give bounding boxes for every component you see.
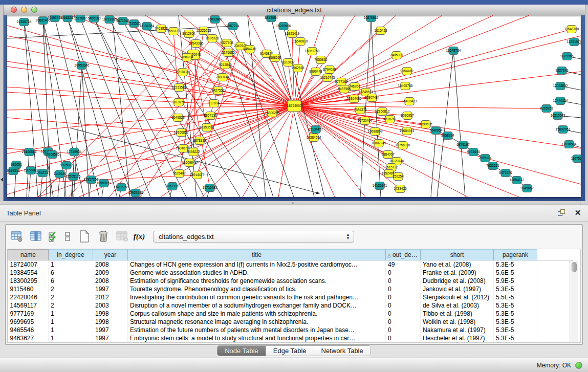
graph-node[interactable]: 10958157 (97, 180, 112, 187)
graph-edge[interactable] (294, 72, 581, 106)
graph-node[interactable]: 16720407 (358, 117, 373, 125)
graph-node[interactable]: 1527602 (74, 15, 87, 23)
graph-edge[interactable] (431, 130, 436, 197)
row-height-icon[interactable] (62, 229, 73, 244)
graph-edge[interactable] (179, 102, 294, 106)
table-row[interactable]: 1456911722003Disruption of a novel membe… (8, 301, 573, 310)
tab-edge-table[interactable]: Edge Table (266, 346, 314, 356)
cell-year[interactable]: 2008 (93, 260, 128, 269)
cell-pagerank[interactable]: 5.3E-5 (494, 285, 537, 293)
graph-node[interactable]: 16210745 (320, 74, 335, 82)
new-table-icon[interactable] (77, 229, 92, 244)
column-header-short[interactable]: short (421, 250, 494, 260)
graph-node[interactable]: 2935114 (479, 155, 492, 162)
table-row[interactable]: 911546021997Tourette syndrome. Phenomeno… (8, 285, 573, 293)
cell-year[interactable]: 2009 (93, 269, 128, 277)
graph-node[interactable]: 8958924 (441, 132, 454, 140)
cell-title[interactable]: Investigating the contribution of common… (128, 293, 386, 301)
graph-node[interactable]: 9329966 (560, 53, 574, 60)
cell-short[interactable]: Stergiakouli et al. (2012) (421, 293, 494, 301)
graph-node[interactable]: 252254 (393, 173, 404, 181)
graph-node[interactable]: 7632621 (486, 162, 499, 170)
graph-node[interactable]: 7557224 (226, 23, 239, 30)
tab-node-table[interactable]: Node Table (217, 346, 266, 356)
graph-node[interactable]: 10688809 (368, 128, 383, 136)
cell-pagerank[interactable]: 5.3E-5 (494, 310, 537, 318)
cell-short[interactable]: Wolkin et al. (1998) (421, 318, 494, 326)
window-titlebar[interactable]: citations_edges.txt (4, 5, 585, 15)
graph-node[interactable]: 10654112 (510, 177, 525, 184)
graph-node[interactable]: 8427552 (211, 87, 225, 95)
table-row[interactable]: 977716911998Corpus callosum shape and si… (8, 310, 573, 318)
cell-in_degree[interactable]: 2 (49, 293, 93, 301)
cell-out_degree[interactable]: 0 (386, 293, 421, 301)
graph-node[interactable]: 7986372 (354, 106, 367, 114)
graph-node[interactable]: 8454749 (243, 46, 256, 53)
table-row[interactable]: 2242004622012Investigating the contribut… (8, 293, 573, 301)
cell-name[interactable]: 18724007 (8, 260, 49, 269)
graph-node[interactable]: 8186328 (206, 35, 219, 42)
cell-pagerank[interactable]: 5.3E-5 (494, 301, 537, 310)
graph-node[interactable]: 9857791 (166, 183, 179, 190)
graph-node[interactable]: 9327508 (220, 39, 233, 47)
column-header-in_degree[interactable]: in_degree (49, 250, 93, 260)
cell-title[interactable]: Structural magnetic resonance image aver… (128, 318, 386, 326)
graph-node[interactable]: 10807484 (365, 94, 380, 102)
graph-edge[interactable] (294, 106, 581, 184)
graph-node[interactable]: 6879197 (456, 141, 470, 149)
cell-in_degree[interactable]: 6 (49, 277, 93, 285)
cell-short[interactable]: Hescheler et al. (1997) (421, 334, 494, 342)
graph-node[interactable]: 15716485 (203, 184, 217, 192)
graph-node[interactable]: 12160812 (375, 108, 390, 116)
graph-node[interactable]: 3175685 (222, 49, 235, 57)
cell-in_degree[interactable]: 1 (49, 334, 93, 342)
graph-node[interactable]: 16210643 (551, 112, 565, 120)
tab-network-table[interactable]: Network Table (314, 346, 371, 356)
graph-node[interactable]: 16648784 (446, 47, 461, 55)
graph-node[interactable]: 19384554 (307, 134, 321, 142)
graph-node[interactable]: 9884067 (381, 151, 395, 159)
graph-node[interactable]: 9227343 (555, 67, 569, 75)
graph-node[interactable]: 2803144 (216, 74, 229, 81)
graph-node[interactable]: 15751074 (567, 38, 581, 46)
divider-collapse-arrow-icon[interactable] (1, 178, 3, 182)
cell-out_degree[interactable]: 0 (386, 310, 421, 318)
graph-edge[interactable] (7, 118, 181, 133)
show-columns-icon[interactable] (29, 229, 43, 244)
graph-node[interactable]: 8813054 (265, 15, 278, 22)
table-mode-icon[interactable] (10, 229, 24, 244)
cell-pagerank[interactable]: 5.3E-5 (494, 334, 537, 342)
graph-node[interactable]: 15493423 (402, 98, 417, 105)
cell-in_degree[interactable]: 2 (49, 285, 93, 293)
graph-node[interactable]: 15495786 (398, 82, 413, 90)
graph-node[interactable]: 19654923 (400, 127, 415, 135)
graph-node[interactable]: 1568520 (268, 54, 281, 62)
graph-node[interactable]: 17016504 (562, 141, 577, 148)
cell-out_degree[interactable]: 0 (386, 301, 421, 310)
table-select-dropdown[interactable]: citations_edges.txt ▲▼ (153, 231, 354, 243)
graph-node[interactable]: 6466160 (88, 15, 101, 23)
graph-node[interactable]: 16640910 (293, 38, 308, 46)
cell-out_degree[interactable]: 0 (386, 285, 421, 293)
cell-year[interactable]: 1998 (93, 318, 128, 326)
cell-short[interactable]: Jankovic et al. (1997) (421, 285, 494, 293)
graph-node[interactable]: 16961758 (305, 48, 320, 55)
scrollbar-thumb[interactable] (572, 262, 577, 272)
cell-out_degree[interactable]: 0 (386, 269, 421, 277)
graph-node[interactable]: 9154469 (400, 68, 413, 75)
cell-short[interactable]: Nakamura et al. (1997) (421, 326, 494, 334)
graph-node[interactable]: 18131884 (140, 23, 155, 30)
graph-node[interactable]: 8215953 (540, 105, 553, 113)
column-header-name[interactable]: name (8, 250, 49, 260)
graph-node[interactable]: 11609948 (182, 159, 197, 167)
graph-node[interactable]: 20953346 (75, 62, 90, 70)
cell-year[interactable]: 1997 (93, 285, 128, 293)
graph-node[interactable]: 9777169 (335, 78, 348, 86)
graph-node[interactable]: 1640954 (429, 127, 443, 135)
table-row[interactable]: 1872400712008Changes of HCN gene express… (8, 260, 573, 269)
graph-node[interactable]: 10653287 (60, 15, 75, 22)
cell-short[interactable]: Franke et al. (2009) (421, 269, 494, 277)
cell-in_degree[interactable]: 6 (49, 269, 93, 277)
table-row[interactable]: 946554611997Estimation of the future num… (8, 326, 573, 334)
cell-name[interactable]: 9115460 (8, 285, 49, 293)
